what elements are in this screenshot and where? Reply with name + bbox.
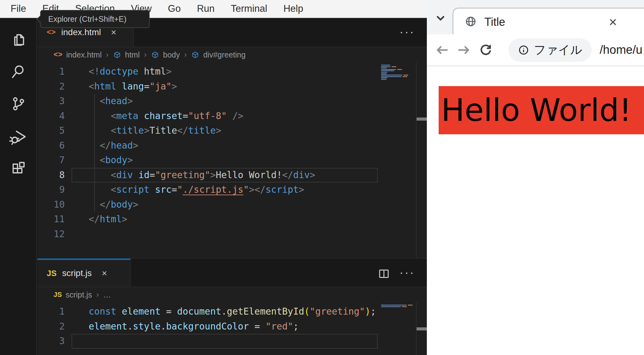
activity-bar (0, 19, 37, 355)
menu-item-file[interactable]: File (2, 3, 34, 14)
browser-page: Hello World! (427, 66, 644, 355)
html-file-icon: <> (54, 51, 63, 59)
scrollbar[interactable] (416, 302, 427, 355)
browser-tab-title: Title (484, 16, 601, 29)
symbol-cube-icon (151, 51, 159, 59)
browser-tab[interactable]: Title × (453, 8, 644, 35)
line-numbers: 123456789101112 (37, 64, 65, 242)
html-file-icon: <> (47, 28, 56, 37)
breadcrumb-symbol[interactable]: … (103, 290, 111, 299)
code-editor-html[interactable]: 123456789101112 <!doctype html><html lan… (37, 62, 427, 258)
breadcrumb-symbol[interactable]: body (163, 50, 180, 59)
breadcrumb-html[interactable]: <>index.html›html›body›div#greeting (37, 47, 427, 62)
scrollbar-thumb[interactable] (417, 327, 427, 330)
browser-tab-strip: Title × (427, 0, 644, 35)
breadcrumb-symbol[interactable]: html (125, 50, 140, 59)
close-tab-icon[interactable]: × (111, 27, 116, 38)
close-tab-icon[interactable]: × (609, 15, 617, 29)
close-tab-icon[interactable]: × (102, 268, 107, 279)
minimap[interactable] (377, 62, 416, 258)
code-editor-js[interactable]: 123 const element = document.getElementB… (37, 302, 427, 355)
origin-chip-label: ファイル (534, 42, 582, 58)
tab-bar-js: JS script.js × ··· (37, 258, 427, 287)
menu-item-go[interactable]: Go (160, 3, 189, 14)
editor-more-actions-icon[interactable]: ··· (399, 266, 415, 279)
minimap[interactable] (377, 302, 416, 355)
tooltip-text: Explorer (Ctrl+Shift+E) (48, 15, 126, 24)
vscode-window: FileEditSelectionViewGoRunTerminalHelp (0, 0, 427, 355)
split-editor-icon[interactable] (378, 267, 390, 281)
breadcrumb-separator: › (143, 50, 147, 59)
tab-label: index.html (61, 27, 101, 37)
browser-toolbar: ファイル /home/u (427, 34, 644, 66)
editor-column: <> index.html × ··· <>index.html›html›bo… (37, 18, 427, 355)
tab-list-chevron-icon[interactable] (434, 11, 447, 26)
screen: FileEditSelectionViewGoRunTerminalHelp (0, 0, 644, 355)
menu-item-terminal[interactable]: Terminal (223, 3, 275, 14)
forward-icon[interactable] (457, 43, 471, 57)
menu-item-run[interactable]: Run (189, 3, 223, 14)
breadcrumb-file[interactable]: index.html (66, 50, 102, 59)
back-icon[interactable] (435, 43, 449, 57)
info-icon (518, 44, 530, 56)
breadcrumb-js[interactable]: JSscript.js›… (37, 287, 427, 302)
run-debug-icon[interactable] (0, 120, 36, 152)
editor-more-actions-icon[interactable]: ··· (399, 25, 415, 39)
scrollbar[interactable] (416, 62, 427, 258)
extensions-icon[interactable] (0, 152, 36, 185)
url-text[interactable]: /home/u (600, 43, 642, 57)
search-icon[interactable] (0, 55, 36, 88)
breadcrumb-file[interactable]: script.js (66, 290, 92, 299)
browser-window: Title × ファイル /home/u Hello World! (427, 0, 644, 355)
code-lines: <!doctype html><html lang="ja"> <head> <… (89, 64, 315, 242)
breadcrumb-separator: › (184, 50, 187, 59)
symbol-cube-icon (191, 51, 199, 59)
scrollbar-thumb[interactable] (417, 118, 427, 121)
reload-icon[interactable] (478, 43, 493, 57)
js-file-icon: JS (54, 291, 62, 299)
source-control-icon[interactable] (0, 88, 36, 120)
explorer-tooltip: Explorer (Ctrl+Shift+E) (40, 10, 150, 28)
menu-item-help[interactable]: Help (275, 3, 311, 14)
symbol-cube-icon (113, 51, 121, 59)
origin-chip[interactable]: ファイル (508, 38, 592, 62)
breadcrumb-separator: › (96, 290, 100, 299)
explorer-icon[interactable] (0, 23, 36, 55)
greeting-banner: Hello World! (439, 86, 644, 134)
breadcrumb-symbol[interactable]: div#greeting (203, 50, 245, 59)
tab-script-js[interactable]: JS script.js × (37, 259, 131, 287)
code-lines: const element = document.getElementById(… (89, 304, 376, 349)
js-file-icon: JS (47, 269, 57, 278)
globe-icon (464, 15, 477, 29)
breadcrumb-separator: › (105, 50, 109, 59)
tab-label: script.js (62, 268, 92, 278)
line-numbers: 123 (37, 304, 65, 349)
